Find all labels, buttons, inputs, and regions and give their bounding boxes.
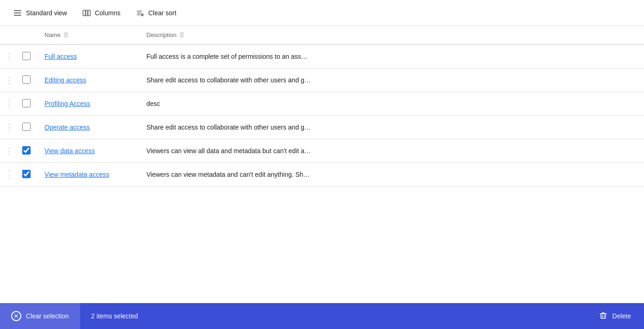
standard-view-button[interactable]: Standard view bbox=[7, 5, 73, 21]
drag-handle-icon[interactable]: ⋮ bbox=[4, 122, 15, 132]
table-row: ⋮Profiling Accessdesc bbox=[0, 92, 644, 116]
name-link[interactable]: Profiling Access bbox=[44, 100, 90, 107]
drag-handle-icon[interactable]: ⋮ bbox=[4, 51, 15, 62]
checkbox-cell bbox=[19, 139, 37, 163]
row-checkbox[interactable] bbox=[22, 123, 31, 131]
table-row: ⋮View data accessViewers can view all da… bbox=[0, 139, 644, 163]
checkbox-cell bbox=[19, 92, 37, 116]
clear-sort-button[interactable]: Clear sort bbox=[130, 5, 182, 21]
clear-sort-icon bbox=[135, 8, 145, 18]
circle-x-icon: ✕ bbox=[11, 311, 21, 321]
checkbox-cell bbox=[19, 163, 37, 186]
svg-rect-2 bbox=[14, 15, 21, 16]
description-cell: desc bbox=[139, 92, 644, 116]
data-table: Name ☰ Description ☰ ⋮Full accessFull ac… bbox=[0, 26, 644, 186]
name-link[interactable]: Editing access bbox=[44, 76, 86, 84]
row-checkbox[interactable] bbox=[22, 75, 31, 84]
drag-handle-icon[interactable]: ⋮ bbox=[4, 169, 15, 180]
col-name: Name ☰ bbox=[37, 26, 139, 44]
bottom-bar: ✕ Clear selection 2 items selected Delet… bbox=[0, 303, 644, 329]
table-row: ⋮Editing accessShare edit access to coll… bbox=[0, 68, 644, 92]
name-cell: View metadata access bbox=[37, 163, 139, 186]
checkbox-cell bbox=[19, 44, 37, 68]
svg-rect-0 bbox=[14, 10, 21, 11]
trash-icon bbox=[599, 310, 608, 322]
name-cell: Full access bbox=[37, 44, 139, 68]
drag-handle-cell: ⋮ bbox=[0, 44, 19, 68]
row-checkbox[interactable] bbox=[22, 99, 31, 107]
description-cell: Share edit access to collaborate with ot… bbox=[139, 68, 644, 92]
drag-handle-icon[interactable]: ⋮ bbox=[4, 75, 15, 85]
drag-handle-cell: ⋮ bbox=[0, 68, 19, 92]
svg-rect-1 bbox=[14, 12, 21, 13]
description-cell: Viewers can view all data and metadata b… bbox=[139, 139, 644, 163]
items-selected-label: 2 items selected bbox=[80, 312, 586, 320]
table-row: ⋮Full accessFull access is a complete se… bbox=[0, 44, 644, 68]
name-link[interactable]: View metadata access bbox=[44, 171, 109, 178]
col-name-label: Name bbox=[44, 31, 61, 38]
table-row: ⋮Operate accessShare edit access to coll… bbox=[0, 116, 644, 139]
row-checkbox[interactable] bbox=[22, 52, 31, 60]
table-header-row: Name ☰ Description ☰ bbox=[0, 26, 644, 44]
delete-label: Delete bbox=[612, 312, 631, 320]
description-cell: Share edit access to collaborate with ot… bbox=[139, 116, 644, 139]
name-cell: Profiling Access bbox=[37, 92, 139, 116]
svg-rect-5 bbox=[88, 10, 90, 16]
clear-sort-label: Clear sort bbox=[148, 9, 177, 17]
checkbox-cell bbox=[19, 116, 37, 139]
clear-selection-button[interactable]: ✕ Clear selection bbox=[0, 303, 80, 329]
name-link[interactable]: View data access bbox=[44, 147, 95, 155]
row-checkbox[interactable] bbox=[22, 146, 31, 155]
row-checkbox[interactable] bbox=[22, 170, 31, 178]
drag-handle-cell: ⋮ bbox=[0, 163, 19, 186]
name-filter-icon: ☰ bbox=[63, 32, 69, 38]
col-drag bbox=[0, 26, 19, 44]
toolbar: Standard view Columns Clear sort bbox=[0, 0, 644, 26]
columns-icon bbox=[82, 8, 91, 18]
drag-handle-cell: ⋮ bbox=[0, 139, 19, 163]
description-cell: Viewers can view metadata and can't edit… bbox=[139, 163, 644, 186]
description-cell: Full access is a complete set of permiss… bbox=[139, 44, 644, 68]
svg-rect-11 bbox=[601, 314, 606, 318]
drag-handle-icon[interactable]: ⋮ bbox=[4, 146, 15, 156]
checkbox-cell bbox=[19, 68, 37, 92]
drag-handle-cell: ⋮ bbox=[0, 92, 19, 116]
name-link[interactable]: Full access bbox=[44, 53, 77, 60]
columns-label: Columns bbox=[95, 9, 120, 17]
col-description-label: Description bbox=[146, 31, 177, 38]
drag-handle-cell: ⋮ bbox=[0, 116, 19, 139]
drag-handle-icon[interactable]: ⋮ bbox=[4, 99, 15, 109]
table-container: Name ☰ Description ☰ ⋮Full accessFull ac… bbox=[0, 26, 644, 303]
columns-button[interactable]: Columns bbox=[76, 5, 126, 21]
col-description: Description ☰ bbox=[139, 26, 644, 44]
name-link[interactable]: Operate access bbox=[44, 124, 90, 131]
name-cell: View data access bbox=[37, 139, 139, 163]
svg-rect-3 bbox=[83, 10, 85, 16]
description-filter-icon: ☰ bbox=[179, 32, 184, 38]
svg-rect-4 bbox=[86, 10, 88, 16]
table-row: ⋮View metadata accessViewers can view me… bbox=[0, 163, 644, 186]
standard-view-icon bbox=[13, 8, 22, 18]
delete-button[interactable]: Delete bbox=[586, 303, 644, 329]
clear-selection-label: Clear selection bbox=[26, 312, 69, 320]
name-cell: Operate access bbox=[37, 116, 139, 139]
name-cell: Editing access bbox=[37, 68, 139, 92]
standard-view-label: Standard view bbox=[26, 9, 67, 17]
col-checkbox bbox=[19, 26, 37, 44]
